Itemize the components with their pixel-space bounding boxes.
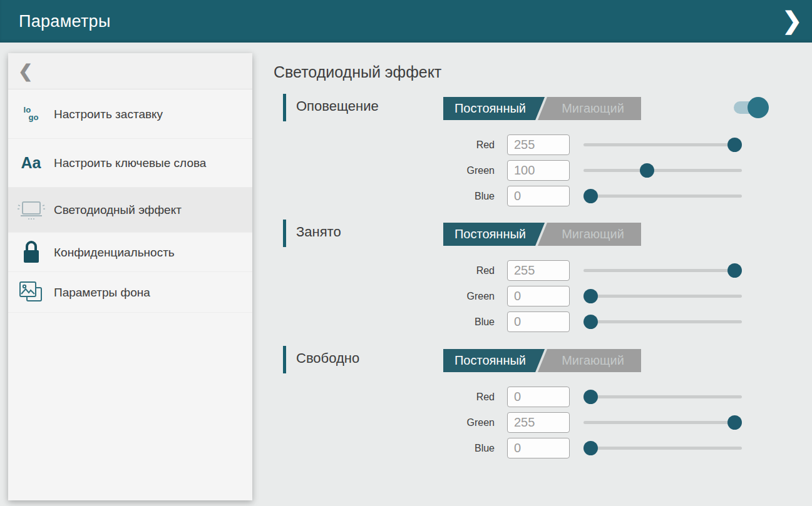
- section-accent-bar: [283, 94, 286, 121]
- slider-thumb[interactable]: [727, 138, 742, 152]
- sidebar-item-label: Настроить заставку: [54, 106, 163, 122]
- green-value-input[interactable]: [507, 286, 570, 306]
- red-value-input[interactable]: [507, 387, 570, 407]
- sidebar-item-splash-screen[interactable]: logo Настроить заставку: [8, 89, 252, 139]
- sidebar-item-label: Светодиодный эффект: [54, 202, 182, 218]
- channel-row-blue: Blue: [283, 438, 749, 458]
- mode-blinking-button[interactable]: Мигающий: [545, 349, 641, 372]
- channel-row-blue: Blue: [283, 311, 749, 332]
- mode-toggle-group: Постоянный Мигающий: [443, 223, 641, 246]
- blue-value-input[interactable]: [507, 438, 570, 458]
- green-slider[interactable]: [583, 412, 742, 433]
- channel-label: Red: [408, 387, 495, 407]
- lock-icon: [8, 240, 54, 265]
- slider-track[interactable]: [583, 421, 742, 424]
- content-title: Светодиодный эффект: [274, 63, 441, 81]
- channel-row-blue: Blue: [283, 186, 749, 206]
- settings-screen: Параметры ❯ ❮ logo Настроить заставку Aa…: [0, 0, 812, 506]
- sidebar-item-privacy[interactable]: Конфиденциальность: [8, 233, 252, 272]
- chevron-left-icon: ❮: [18, 61, 33, 81]
- sidebar-back-button[interactable]: ❮: [8, 53, 252, 89]
- section-title: Свободно: [296, 350, 359, 367]
- slider-track[interactable]: [583, 143, 742, 146]
- mode-toggle-group: Постоянный Мигающий: [443, 349, 641, 372]
- green-value-input[interactable]: [507, 412, 570, 433]
- green-slider[interactable]: [583, 160, 742, 181]
- channel-row-green: Green: [283, 412, 749, 433]
- channel-row-red: Red: [283, 260, 749, 281]
- green-value-input[interactable]: [507, 160, 570, 181]
- slider-track[interactable]: [583, 269, 742, 272]
- section-busy: Занято Постоянный Мигающий Red Green Blu…: [283, 217, 749, 337]
- mode-constant-button[interactable]: Постоянный: [443, 97, 545, 120]
- channel-label: Green: [408, 412, 495, 433]
- red-value-input[interactable]: [507, 134, 570, 155]
- slider-track[interactable]: [583, 447, 742, 450]
- section-title: Занято: [296, 224, 341, 240]
- slider-track[interactable]: [583, 320, 742, 323]
- slider-thumb[interactable]: [727, 263, 742, 278]
- section-accent-bar: [283, 346, 286, 373]
- red-slider[interactable]: [583, 387, 742, 407]
- top-bar: Параметры ❯: [0, 0, 812, 43]
- channel-label: Blue: [408, 311, 495, 332]
- red-slider[interactable]: [583, 260, 742, 281]
- channel-label: Green: [408, 286, 495, 306]
- section-notification: Оповещение Постоянный Мигающий Red Green: [283, 91, 749, 211]
- sidebar-item-keywords[interactable]: Aa Настроить ключевые слова: [8, 139, 252, 188]
- slider-thumb[interactable]: [583, 189, 598, 203]
- sidebar-item-led-effect[interactable]: Светодиодный эффект: [8, 188, 252, 233]
- blue-slider[interactable]: [583, 438, 742, 458]
- red-slider[interactable]: [583, 134, 742, 155]
- mode-blinking-button[interactable]: Мигающий: [545, 97, 641, 120]
- slider-thumb[interactable]: [727, 415, 742, 430]
- blue-value-input[interactable]: [507, 186, 570, 206]
- section-title: Оповещение: [296, 98, 379, 114]
- slider-thumb[interactable]: [640, 163, 654, 178]
- notification-led-switch[interactable]: [734, 97, 765, 118]
- chevron-right-icon[interactable]: ❯: [782, 5, 802, 36]
- mode-constant-button[interactable]: Постоянный: [443, 349, 545, 372]
- slider-track[interactable]: [583, 295, 742, 298]
- slider-track[interactable]: [583, 195, 742, 198]
- blue-value-input[interactable]: [507, 311, 570, 332]
- logo-icon: logo: [8, 106, 54, 121]
- slider-thumb[interactable]: [583, 289, 598, 303]
- switch-knob: [748, 97, 769, 118]
- mode-constant-button[interactable]: Постоянный: [443, 223, 545, 246]
- sidebar-item-background[interactable]: Параметры фона: [8, 272, 252, 313]
- channel-label: Green: [408, 160, 495, 181]
- sidebar-item-label: Конфиденциальность: [54, 245, 175, 260]
- channel-label: Red: [408, 260, 495, 281]
- channel-label: Blue: [408, 186, 495, 206]
- sidebar-item-label: Настроить ключевые слова: [54, 155, 206, 171]
- sidebar: ❮ logo Настроить заставку Aa Настроить к…: [8, 53, 252, 500]
- channel-label: Red: [408, 134, 495, 155]
- mode-blinking-button[interactable]: Мигающий: [545, 223, 641, 246]
- slider-thumb[interactable]: [583, 315, 598, 329]
- keywords-icon: Aa: [8, 154, 54, 172]
- page-title: Параметры: [19, 12, 111, 31]
- section-accent-bar: [283, 220, 286, 247]
- slider-track[interactable]: [583, 395, 742, 398]
- channel-row-red: Red: [283, 134, 749, 155]
- red-value-input[interactable]: [507, 260, 570, 281]
- led-monitor-icon: [8, 199, 54, 221]
- green-slider[interactable]: [583, 286, 742, 306]
- sidebar-item-label: Параметры фона: [54, 285, 150, 300]
- slider-track[interactable]: [583, 169, 742, 172]
- channel-row-red: Red: [283, 387, 749, 407]
- blue-slider[interactable]: [583, 186, 742, 206]
- slider-thumb[interactable]: [583, 441, 598, 455]
- section-free: Свободно Постоянный Мигающий Red Green B…: [283, 343, 749, 463]
- mode-toggle-group: Постоянный Мигающий: [443, 97, 641, 120]
- channel-row-green: Green: [283, 160, 749, 181]
- background-images-icon: [8, 280, 54, 305]
- channel-row-green: Green: [283, 286, 749, 306]
- slider-thumb[interactable]: [583, 390, 598, 404]
- blue-slider[interactable]: [583, 311, 742, 332]
- channel-label: Blue: [408, 438, 495, 458]
